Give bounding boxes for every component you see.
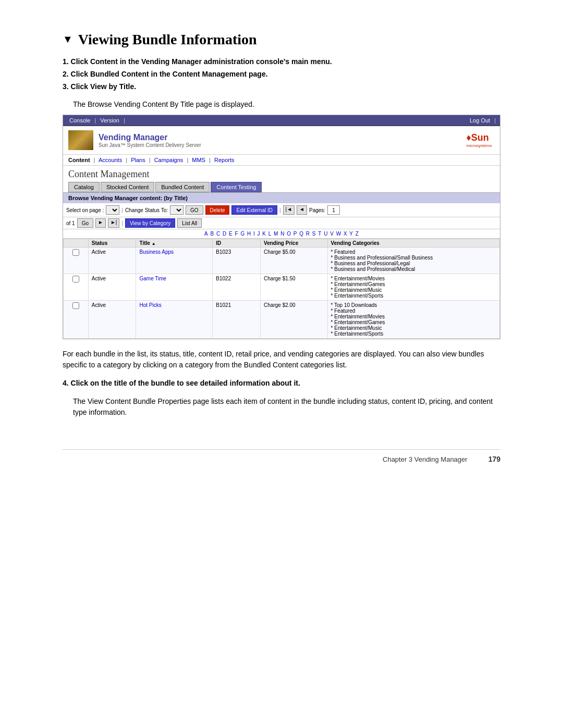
last-page-button[interactable]: ►| bbox=[108, 218, 120, 228]
alpha-C[interactable]: C bbox=[216, 231, 220, 237]
tab-bundled-content[interactable]: Bundled Content bbox=[155, 182, 210, 192]
of-label: of 1 bbox=[66, 220, 75, 226]
table-row: Active Hot Picks B1021 Charge $2.00 * To… bbox=[64, 301, 500, 339]
row2-checkbox-cell bbox=[64, 274, 89, 301]
row3-title-link[interactable]: Hot Picks bbox=[139, 302, 161, 308]
select-on-page-label: Select on page : bbox=[66, 207, 104, 213]
alpha-N[interactable]: N bbox=[280, 231, 284, 237]
select-on-page-dropdown[interactable] bbox=[106, 205, 119, 215]
sun-logo: ♦Sun microsystems bbox=[463, 132, 495, 148]
row2-title-link[interactable]: Game Time bbox=[139, 276, 166, 281]
row2-title: Game Time bbox=[136, 274, 213, 301]
tab-catalog[interactable]: Catalog bbox=[68, 182, 100, 192]
alpha-W[interactable]: W bbox=[336, 231, 341, 237]
go-button-2[interactable]: Go bbox=[77, 218, 93, 228]
row1-title-link[interactable]: Business Apps bbox=[139, 249, 174, 255]
header-vending-price: Vending Price bbox=[261, 239, 327, 248]
delete-button[interactable]: Delete bbox=[205, 205, 230, 215]
sun-microsystems-text: microsystems bbox=[467, 143, 492, 148]
alpha-E[interactable]: E bbox=[229, 231, 232, 237]
alpha-I[interactable]: I bbox=[253, 231, 255, 237]
toolbar-row2: of 1 Go ► ►| | View by Category List All bbox=[63, 217, 500, 229]
app-header: Vending Manager Sun Java™ System Content… bbox=[63, 126, 500, 155]
next-page-button[interactable]: ► bbox=[95, 218, 106, 228]
alpha-F[interactable]: F bbox=[235, 231, 238, 237]
triangle-icon: ▼ bbox=[63, 33, 73, 45]
row3-categories: * Top 10 Downloads * Featured * Entertai… bbox=[327, 301, 499, 339]
row2-categories: * Entertainment/Movies * Entertainment/G… bbox=[327, 274, 499, 301]
row2-price: Charge $1.50 bbox=[261, 274, 327, 301]
alpha-A[interactable]: A bbox=[204, 231, 208, 237]
row1-id: B1023 bbox=[213, 248, 261, 274]
header-status: Status bbox=[88, 239, 136, 248]
table-row: Active Business Apps B1023 Charge $5.00 … bbox=[64, 248, 500, 274]
app-title: Vending Manager bbox=[99, 133, 463, 142]
app-title-block: Vending Manager Sun Java™ System Content… bbox=[99, 133, 463, 148]
row2-status: Active bbox=[88, 274, 136, 301]
alpha-M[interactable]: M bbox=[274, 231, 278, 237]
step-3: 3. Click View by Title. bbox=[63, 82, 500, 91]
step4: 4. Click on the title of the bundle to s… bbox=[63, 378, 500, 389]
nav-mms[interactable]: MMS bbox=[192, 157, 205, 163]
sort-arrow-title: ▲ bbox=[152, 241, 156, 246]
row3-title: Hot Picks bbox=[136, 301, 213, 339]
version-nav-item[interactable]: Version bbox=[97, 116, 123, 125]
alpha-B[interactable]: B bbox=[211, 231, 214, 237]
alpha-L[interactable]: L bbox=[268, 231, 272, 237]
row3-price: Charge $2.00 bbox=[261, 301, 327, 339]
step-1: 1. Click Content in the Vending Manager … bbox=[63, 57, 500, 66]
alpha-Z[interactable]: Z bbox=[356, 231, 359, 237]
alpha-P[interactable]: P bbox=[293, 231, 297, 237]
step4-desc: The View Content Bundle Properties page … bbox=[73, 396, 500, 418]
row1-title: Business Apps bbox=[136, 248, 213, 274]
main-nav: Content | Accounts | Plans | Campaigns |… bbox=[63, 155, 500, 166]
view-by-category-button[interactable]: View by Category bbox=[125, 218, 175, 228]
browse-title-bar: Browse Vending Manager content: (by Titl… bbox=[63, 192, 500, 203]
row1-checkbox[interactable] bbox=[72, 249, 79, 256]
logout-nav-item[interactable]: Log Out bbox=[467, 116, 493, 125]
nav-accounts[interactable]: Accounts bbox=[99, 157, 122, 163]
nav-reports[interactable]: Reports bbox=[214, 157, 235, 163]
alpha-Q[interactable]: Q bbox=[299, 231, 303, 237]
content-table: Status Title ▲ ID Vending Price Vending … bbox=[63, 239, 500, 339]
row2-checkbox[interactable] bbox=[72, 276, 79, 282]
content-management-title: Content Management bbox=[63, 166, 500, 182]
alpha-S[interactable]: S bbox=[312, 231, 316, 237]
toolbar-row1: Select on page : | Change Status To: GO … bbox=[63, 203, 500, 217]
alpha-D[interactable]: D bbox=[223, 231, 226, 237]
table-row: Active Game Time B1022 Charge $1.50 * En… bbox=[64, 274, 500, 301]
alpha-G[interactable]: G bbox=[240, 231, 244, 237]
step-2: 2. Click Bundled Content in the Content … bbox=[63, 70, 500, 78]
alpha-X[interactable]: X bbox=[344, 231, 347, 237]
tab-stocked-content[interactable]: Stocked Content bbox=[101, 182, 154, 192]
console-nav-item[interactable]: Console bbox=[66, 116, 93, 125]
nav-plans[interactable]: Plans bbox=[131, 157, 145, 163]
page-input[interactable] bbox=[327, 205, 340, 215]
page-footer: Chapter 3 Vending Manager 179 bbox=[63, 449, 500, 463]
go-button[interactable]: GO bbox=[186, 205, 203, 215]
row3-checkbox[interactable] bbox=[72, 302, 79, 309]
para1: For each bundle in the list, its status,… bbox=[63, 349, 500, 371]
alpha-O[interactable]: O bbox=[287, 231, 291, 237]
change-status-dropdown[interactable] bbox=[170, 205, 183, 215]
edit-external-id-button[interactable]: Edit External ID bbox=[231, 205, 277, 215]
step3-description: The Browse Vending Content By Title page… bbox=[73, 100, 500, 108]
alpha-H[interactable]: H bbox=[247, 231, 251, 237]
header-title[interactable]: Title ▲ bbox=[136, 239, 213, 248]
nav-campaigns[interactable]: Campaigns bbox=[154, 157, 183, 163]
alpha-K[interactable]: K bbox=[262, 231, 266, 237]
table-header-row: Status Title ▲ ID Vending Price Vending … bbox=[64, 239, 500, 248]
alpha-Y[interactable]: Y bbox=[349, 231, 353, 237]
row3-checkbox-cell bbox=[64, 301, 89, 339]
alpha-T[interactable]: T bbox=[318, 231, 321, 237]
alpha-V[interactable]: V bbox=[330, 231, 334, 237]
prev-page-button[interactable]: ◄ bbox=[297, 205, 307, 215]
alpha-R[interactable]: R bbox=[306, 231, 310, 237]
alpha-J[interactable]: J bbox=[258, 231, 260, 237]
alpha-U[interactable]: U bbox=[324, 231, 327, 237]
tab-content-testing[interactable]: Content Testing bbox=[211, 182, 262, 192]
row1-price: Charge $5.00 bbox=[261, 248, 327, 274]
nav-content[interactable]: Content bbox=[68, 157, 90, 163]
first-page-button[interactable]: |◄ bbox=[283, 205, 295, 215]
list-all-button[interactable]: List All bbox=[177, 218, 202, 228]
